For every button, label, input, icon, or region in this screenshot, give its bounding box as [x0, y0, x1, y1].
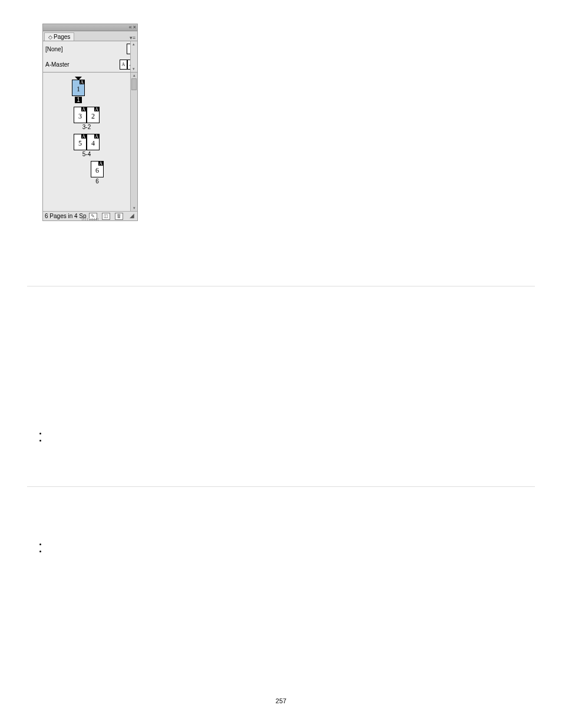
master-a[interactable]: A-Master A A	[43, 57, 137, 72]
scrollbar-thumb[interactable]	[131, 78, 137, 90]
collapse-icon[interactable]: «	[129, 25, 132, 30]
page-4[interactable]: A 4	[87, 134, 100, 150]
scroll-up-icon[interactable]: ▴	[131, 42, 136, 47]
divider	[27, 486, 535, 487]
master-thumb-left[interactable]: A	[120, 60, 127, 70]
divider	[27, 286, 535, 286]
new-page-icon[interactable]: ◫	[102, 213, 110, 220]
panel-tabrow: ◇Pages ▾≡	[43, 31, 137, 41]
page-number: 4	[87, 139, 99, 148]
page-number: 6	[91, 166, 103, 175]
masters-section: [None] A-Master A A ▴ ▾	[43, 41, 137, 73]
page-count-text: 6 Pages in 4 Sp	[45, 213, 87, 219]
spread-label-1: 1	[75, 97, 82, 103]
page-number: 2	[87, 112, 99, 121]
pages-tab-icon: ◇	[48, 34, 52, 40]
page-2[interactable]: A 2	[87, 107, 100, 123]
pages-inner: A 1 1 A 3 A 2 3-2	[43, 73, 130, 211]
spread-1: A 1 1	[67, 77, 90, 103]
scroll-down-icon[interactable]: ▾	[131, 205, 137, 211]
page-5[interactable]: A 5	[74, 134, 87, 150]
close-icon[interactable]: ×	[133, 25, 136, 30]
document-page-number: 257	[0, 697, 562, 704]
tab-pages[interactable]: ◇Pages	[44, 32, 74, 41]
panel-menu-icon[interactable]: ▾≡	[130, 35, 135, 41]
page-master-badge: A	[98, 162, 103, 166]
panel-drag-grip[interactable]	[82, 218, 98, 220]
page-6[interactable]: A 6	[91, 161, 104, 177]
master-label: [None]	[45, 46, 127, 52]
spread-2: A 3 A 2 3-2	[43, 107, 130, 130]
page-3[interactable]: A 3	[74, 107, 87, 123]
pages-panel: « × ◇Pages ▾≡ [None] A-Master A A ▴ ▾	[42, 24, 138, 221]
page-master-badge: A	[94, 107, 99, 111]
page-master-badge: A	[94, 134, 99, 139]
panel-titlebar: « ×	[43, 24, 137, 31]
page-number: 3	[74, 112, 86, 121]
page-master-badge: A	[81, 107, 86, 111]
scroll-down-icon[interactable]: ▾	[131, 67, 136, 71]
spread-3: A 5 A 4 5-4	[43, 134, 130, 157]
masters-scrollbar[interactable]: ▴ ▾	[130, 41, 137, 72]
scroll-up-icon[interactable]: ▴	[131, 73, 137, 78]
page-number: 1	[72, 85, 84, 94]
delete-page-icon[interactable]: 🗑	[115, 213, 123, 220]
pages-section: A 1 1 A 3 A 2 3-2	[43, 73, 137, 211]
master-none[interactable]: [None]	[43, 41, 137, 57]
master-label: A-Master	[45, 61, 120, 68]
page-number: 5	[74, 139, 86, 148]
spread-label-2: 3-2	[82, 124, 91, 130]
resize-grip-icon[interactable]: ◢	[128, 213, 136, 220]
pages-scrollbar[interactable]: ▴ ▾	[130, 73, 137, 211]
page-master-badge: A	[80, 80, 84, 84]
spread-label-3: 5-4	[82, 151, 91, 157]
spread-4: A 6 6	[85, 161, 109, 185]
page-1[interactable]: A 1	[72, 80, 85, 96]
spread-label-4: 6	[95, 178, 99, 185]
tab-label: Pages	[54, 34, 70, 40]
page-master-badge: A	[81, 134, 86, 139]
